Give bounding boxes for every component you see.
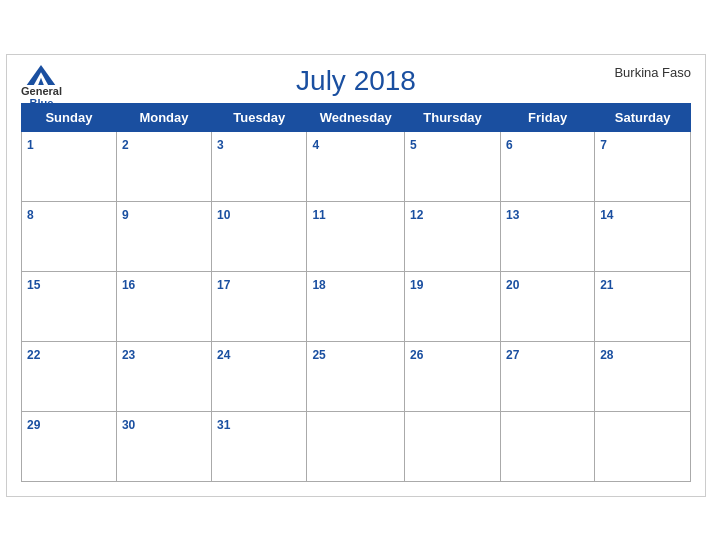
calendar-day-cell: 14 [595, 201, 691, 271]
calendar-week-row: 22232425262728 [22, 341, 691, 411]
day-number: 18 [312, 278, 325, 292]
calendar-day-cell: 22 [22, 341, 117, 411]
header-thursday: Thursday [404, 103, 500, 131]
calendar-week-row: 293031 [22, 411, 691, 481]
calendar-day-cell: 30 [116, 411, 211, 481]
calendar-day-cell: 31 [212, 411, 307, 481]
day-number: 1 [27, 138, 34, 152]
weekday-header-row: Sunday Monday Tuesday Wednesday Thursday… [22, 103, 691, 131]
calendar-day-cell: 27 [501, 341, 595, 411]
calendar-day-cell: 16 [116, 271, 211, 341]
header-monday: Monday [116, 103, 211, 131]
logo-general: General [21, 85, 62, 97]
day-number: 16 [122, 278, 135, 292]
calendar-day-cell [595, 411, 691, 481]
day-number: 22 [27, 348, 40, 362]
day-number: 13 [506, 208, 519, 222]
calendar-week-row: 1234567 [22, 131, 691, 201]
calendar-day-cell: 12 [404, 201, 500, 271]
day-number: 12 [410, 208, 423, 222]
calendar-day-cell: 7 [595, 131, 691, 201]
day-number: 2 [122, 138, 129, 152]
calendar-day-cell: 1 [22, 131, 117, 201]
day-number: 19 [410, 278, 423, 292]
calendar-week-row: 15161718192021 [22, 271, 691, 341]
calendar-day-cell: 18 [307, 271, 405, 341]
calendar-body: 1234567891011121314151617181920212223242… [22, 131, 691, 481]
day-number: 31 [217, 418, 230, 432]
day-number: 4 [312, 138, 319, 152]
calendar-day-cell [501, 411, 595, 481]
day-number: 29 [27, 418, 40, 432]
day-number: 5 [410, 138, 417, 152]
calendar-day-cell: 15 [22, 271, 117, 341]
day-number: 25 [312, 348, 325, 362]
day-number: 11 [312, 208, 325, 222]
day-number: 14 [600, 208, 613, 222]
calendar-day-cell: 11 [307, 201, 405, 271]
day-number: 17 [217, 278, 230, 292]
calendar-day-cell: 17 [212, 271, 307, 341]
calendar-day-cell: 13 [501, 201, 595, 271]
calendar-day-cell: 23 [116, 341, 211, 411]
calendar-day-cell: 25 [307, 341, 405, 411]
calendar-day-cell: 24 [212, 341, 307, 411]
logo-icon [26, 65, 56, 85]
calendar-day-cell: 20 [501, 271, 595, 341]
calendar-day-cell: 8 [22, 201, 117, 271]
calendar-table: Sunday Monday Tuesday Wednesday Thursday… [21, 103, 691, 482]
calendar-container: General Blue July 2018 Burkina Faso Sund… [6, 54, 706, 497]
calendar-day-cell: 19 [404, 271, 500, 341]
calendar-day-cell: 28 [595, 341, 691, 411]
logo-blue: Blue [30, 97, 54, 109]
day-number: 6 [506, 138, 513, 152]
header-wednesday: Wednesday [307, 103, 405, 131]
day-number: 21 [600, 278, 613, 292]
calendar-day-cell: 6 [501, 131, 595, 201]
day-number: 10 [217, 208, 230, 222]
calendar-day-cell: 3 [212, 131, 307, 201]
day-number: 3 [217, 138, 224, 152]
day-number: 28 [600, 348, 613, 362]
calendar-day-cell: 29 [22, 411, 117, 481]
calendar-day-cell [404, 411, 500, 481]
day-number: 27 [506, 348, 519, 362]
month-title: July 2018 [296, 65, 416, 97]
calendar-day-cell: 5 [404, 131, 500, 201]
calendar-day-cell [307, 411, 405, 481]
header-friday: Friday [501, 103, 595, 131]
header-tuesday: Tuesday [212, 103, 307, 131]
calendar-day-cell: 9 [116, 201, 211, 271]
day-number: 30 [122, 418, 135, 432]
calendar-day-cell: 26 [404, 341, 500, 411]
calendar-day-cell: 10 [212, 201, 307, 271]
country-label: Burkina Faso [614, 65, 691, 80]
day-number: 26 [410, 348, 423, 362]
calendar-day-cell: 21 [595, 271, 691, 341]
header-saturday: Saturday [595, 103, 691, 131]
day-number: 9 [122, 208, 129, 222]
day-number: 20 [506, 278, 519, 292]
logo-area: General Blue [21, 65, 62, 109]
day-number: 15 [27, 278, 40, 292]
calendar-week-row: 891011121314 [22, 201, 691, 271]
day-number: 23 [122, 348, 135, 362]
calendar-header: General Blue July 2018 Burkina Faso [21, 65, 691, 97]
calendar-day-cell: 2 [116, 131, 211, 201]
calendar-day-cell: 4 [307, 131, 405, 201]
day-number: 7 [600, 138, 607, 152]
day-number: 24 [217, 348, 230, 362]
day-number: 8 [27, 208, 34, 222]
